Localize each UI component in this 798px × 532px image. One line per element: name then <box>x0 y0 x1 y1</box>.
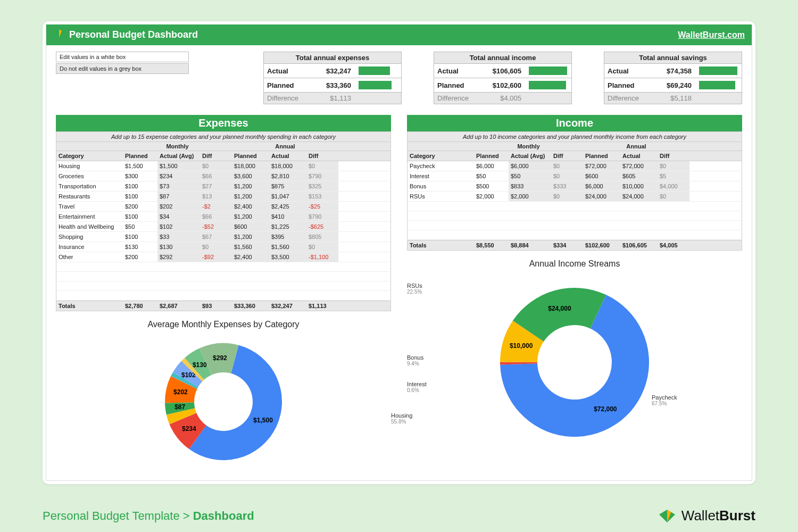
table-row[interactable]: Bonus$500$833$333$6,000$10,000$4,000 <box>407 181 742 192</box>
table-row[interactable]: Groceries$300$234$66$3,600$2,810$790 <box>56 171 391 181</box>
dashboard-window: Personal Budget Dashboard WalletBurst.co… <box>43 21 755 484</box>
table-row[interactable]: Transportation$100$73$27$1,200$875$325 <box>56 181 391 192</box>
breadcrumb: Personal Budget Template > <box>43 509 193 522</box>
table-row[interactable]: Insurance$130$130$0$1,560$1,560$0 <box>56 242 391 252</box>
table-row[interactable]: RSUs$2,000$2,000$0$24,000$24,000$0 <box>407 192 742 202</box>
chart-label: RSUs22.5% <box>407 282 471 295</box>
table-row[interactable]: Interest$50$50$0$600$605$5 <box>407 171 742 181</box>
table-row[interactable]: Restaurants$100$87$13$1,200$1,047$153 <box>56 192 391 202</box>
chart-label: Bonus9.4% <box>407 354 471 367</box>
chart-label: Other10.9% <box>46 338 53 350</box>
table-row[interactable]: Entertainment$100$34$66$1,200$410$790 <box>56 212 391 222</box>
income-totals: Totals$8,550$8,884$334$102,600$106,605$4… <box>407 240 742 251</box>
footer: Personal Budget Template > Dashboard Wal… <box>43 508 755 524</box>
breadcrumb-current: Dashboard <box>193 509 254 522</box>
table-row[interactable]: Housing$1,500$1,500$0$18,000$18,000$0 <box>56 161 391 171</box>
expenses-totals: Totals$2,780$2,687$93$33,360$32,247$1,11… <box>56 301 391 311</box>
chart-label: Transportation2.7% <box>46 431 53 443</box>
brand-logo: WalletBurst <box>658 508 755 524</box>
table-row[interactable]: Health and Wellbeing$50$102-$52$600$1,22… <box>56 222 391 232</box>
chart-label: Paycheck67.5% <box>652 394 716 406</box>
table-row[interactable]: Shopping$100$33$67$1,200$395$805 <box>56 232 391 242</box>
note-editable: Edit values in a white box <box>56 52 189 62</box>
table-row[interactable]: Paycheck$6,000$6,000$0$72,000$72,000$0 <box>407 161 742 171</box>
walletburst-logo-icon <box>53 28 65 41</box>
chart-label: Entertainment1.3% <box>46 391 53 403</box>
expenses-columns: CategoryPlannedActual (Avg)DiffPlannedAc… <box>56 151 391 161</box>
summary-income: Total annual income Actual$106,605 Plann… <box>434 52 572 104</box>
title-bar: Personal Budget Dashboard WalletBurst.co… <box>46 24 752 45</box>
page-title: Personal Budget Dashboard <box>69 29 198 40</box>
summary-expenses: Total annual expenses Actual$32,247 Plan… <box>263 52 402 104</box>
expenses-section: Expenses Add up to 15 expense categories… <box>56 115 391 476</box>
edit-notes: Edit values in a white box Do not edit v… <box>56 52 189 104</box>
table-row[interactable]: Travel$200$202-$2$2,400$2,425-$25 <box>56 202 391 212</box>
chart-label: Health and Wellbeing3.8% <box>46 378 53 390</box>
income-section: Income Add up to 10 income categories an… <box>407 115 742 476</box>
walletburst-logo-icon <box>658 508 676 524</box>
chart-label: Insurance4.8% <box>46 351 53 363</box>
note-readonly: Do not edit values in a grey box <box>56 63 189 74</box>
income-columns: CategoryPlannedActual (Avg)DiffPlannedAc… <box>407 151 742 161</box>
expenses-donut-chart: Average Monthly Expenses by Category $1,… <box>56 311 391 476</box>
chart-label: Interest0.6% <box>407 381 471 393</box>
chart-label: Groceries8.7% <box>46 444 53 456</box>
site-link[interactable]: WalletBurst.com <box>678 30 745 40</box>
income-donut-chart: Annual Income Streams $72,000$10,000$24,… <box>407 251 742 458</box>
summary-savings: Total annual savings Actual$74,358 Plann… <box>604 52 742 104</box>
chart-label: Travel7.5% <box>46 404 53 417</box>
chart-label: Restaurants3.2% <box>46 418 53 430</box>
table-row[interactable]: Other$200$292-$92$2,400$3,500-$1,100 <box>56 252 391 262</box>
chart-label: Shopping1.2% <box>46 364 53 377</box>
